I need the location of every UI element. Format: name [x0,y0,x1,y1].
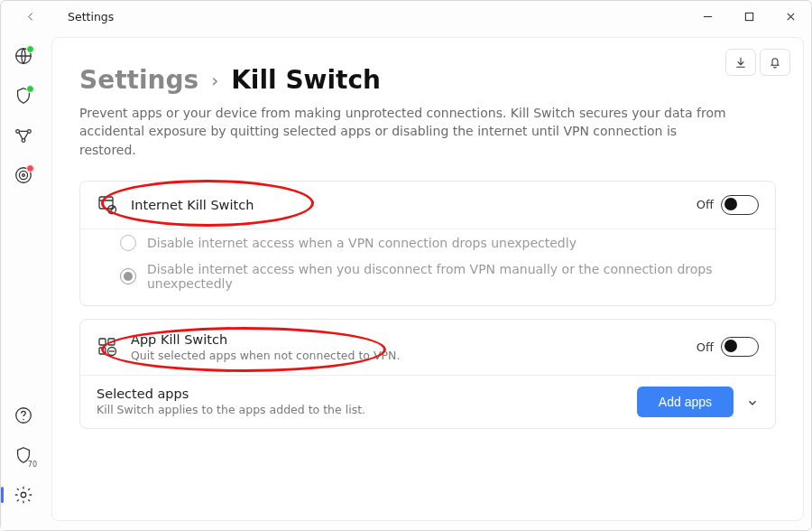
download-button[interactable] [725,49,756,76]
app-kill-title: App Kill Switch [131,332,684,347]
shield-icon[interactable] [14,86,33,106]
close-button[interactable] [770,1,811,32]
radio-option-2[interactable] [120,268,136,284]
target-icon[interactable] [14,165,33,185]
internet-kill-options: Disable internet access when a VPN conne… [80,229,775,305]
browser-block-icon [97,194,118,216]
shield-badge: 70 [28,461,37,469]
back-button[interactable] [10,1,51,32]
sidebar: 70 [1,32,46,530]
svg-rect-13 [99,339,106,345]
svg-rect-0 [745,13,752,20]
shield-status-icon[interactable]: 70 [14,445,33,465]
svg-point-6 [19,171,27,179]
internet-kill-state: Off [697,198,714,211]
svg-point-7 [23,174,25,177]
mesh-icon[interactable] [14,126,33,145]
breadcrumb-parent[interactable]: Settings [79,65,198,95]
add-apps-button[interactable]: Add apps [637,387,734,417]
globe-icon[interactable] [14,46,33,66]
svg-rect-15 [108,339,115,345]
svg-point-5 [16,168,32,183]
page-description: Prevent apps or your device from making … [79,104,729,159]
main-panel: Settings › Kill Switch Prevent apps or y… [51,37,804,521]
svg-point-9 [23,419,23,420]
page-title: Kill Switch [231,65,381,95]
breadcrumb-separator: › [211,70,218,91]
notifications-button[interactable] [760,49,790,76]
app-kill-toggle[interactable] [721,337,759,357]
window-title: Settings [68,10,114,23]
app-kill-subtitle: Quit selected apps when not connected to… [131,349,684,362]
radio-label-2: Disable internet access when you disconn… [147,262,759,291]
app-kill-card: App Kill Switch Quit selected apps when … [79,319,776,429]
selected-apps-title: Selected apps [97,387,624,401]
svg-rect-11 [99,197,113,209]
settings-icon[interactable] [14,485,33,505]
radio-label-1: Disable internet access when a VPN conne… [147,236,577,250]
svg-point-10 [21,492,26,498]
app-block-icon [97,336,118,358]
svg-rect-14 [99,348,106,354]
selected-apps-subtitle: Kill Switch applies to the apps added to… [97,403,624,416]
radio-option-1[interactable] [120,235,136,251]
help-icon[interactable] [14,405,33,425]
titlebar: Settings [1,1,811,32]
breadcrumb: Settings › Kill Switch [79,65,776,95]
minimize-button[interactable] [687,1,728,32]
expand-apps-chevron[interactable] [746,396,759,408]
maximize-button[interactable] [728,1,770,32]
app-kill-state: Off [697,340,714,354]
internet-kill-title: Internet Kill Switch [131,198,684,212]
internet-kill-card: Internet Kill Switch Off Disable interne… [79,181,776,306]
svg-point-3 [28,130,32,134]
internet-kill-toggle[interactable] [721,195,759,215]
svg-point-2 [16,130,20,134]
